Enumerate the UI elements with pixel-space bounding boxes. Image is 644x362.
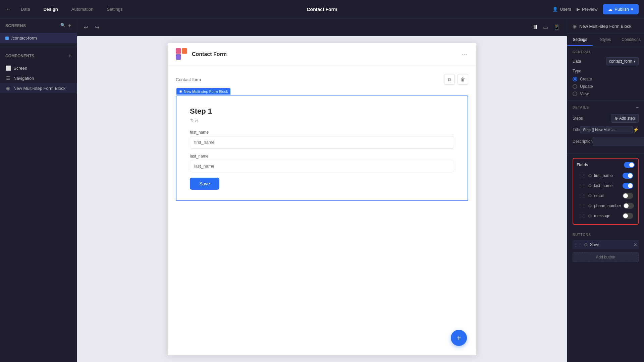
canvas-toolbar: ↩ ↪ 🖥 ▭ 📱 xyxy=(77,19,567,36)
data-label: Data xyxy=(573,59,581,64)
details-section: DETAILS − Steps ⊕ Add step Title ⚡ Descr… xyxy=(567,101,644,154)
tab-panel-conditions[interactable]: Conditions xyxy=(618,34,644,46)
copy-button[interactable]: ⧉ xyxy=(444,74,455,85)
form-label: Contact-form xyxy=(176,77,201,82)
field-row-first-name: ⋮⋮ ⚙ first_name xyxy=(577,171,635,181)
step-title: Step 1 xyxy=(190,107,454,116)
screen-label: /contact-form xyxy=(11,36,37,41)
left-sidebar: Screens 🔍 + /contact-form Components + ⬜… xyxy=(0,19,77,362)
form-block-content: Step 1 Text first_name last_name Save xyxy=(176,96,468,200)
last-name-input[interactable] xyxy=(190,160,454,172)
collapse-button[interactable]: − xyxy=(636,105,639,110)
field-name-first-name: first_name xyxy=(594,173,621,178)
form-actions: ⧉ 🗑 xyxy=(444,74,468,85)
undo-button[interactable]: ↩ xyxy=(83,23,90,32)
add-step-button[interactable]: ⊕ Add step xyxy=(611,114,639,123)
title-lightning-button[interactable]: ⚡ xyxy=(633,127,639,132)
toggle-phone[interactable] xyxy=(623,203,634,209)
toggle-first-name[interactable] xyxy=(623,173,633,179)
toggle-last-name[interactable] xyxy=(623,183,633,189)
fields-section: Fields ⋮⋮ ⚙ first_name ⋮⋮ ⚙ last_name ⋮⋮… xyxy=(573,158,639,225)
search-icon[interactable]: 🔍 xyxy=(60,23,66,29)
steps-row: Steps ⊕ Add step xyxy=(573,114,639,123)
general-section: GENERAL Data contact_form ▾ Type Create … xyxy=(567,46,644,101)
canvas-area: ↩ ↪ 🖥 ▭ 📱 xyxy=(77,19,567,362)
components-header: Components + xyxy=(0,49,77,63)
add-component-icon[interactable]: + xyxy=(68,53,71,59)
sidebar-item-screen[interactable]: ⬜ Screen xyxy=(0,63,77,73)
delete-button[interactable]: 🗑 xyxy=(458,74,468,85)
panel-header-title: New Multi-step Form Block xyxy=(579,24,631,29)
gear-icon-save[interactable]: ⚙ xyxy=(584,242,588,247)
field-row-last-name: ⋮⋮ ⚙ last_name xyxy=(577,181,635,191)
tab-data[interactable]: Data xyxy=(17,5,34,14)
remove-save-button[interactable]: ✕ xyxy=(633,242,637,247)
publish-icon: ☁ xyxy=(608,7,612,12)
page-body: Contact-form ⧉ 🗑 ◉ New Multi-step Form B… xyxy=(168,66,476,209)
tab-panel-styles[interactable]: Styles xyxy=(593,34,618,46)
radio-update[interactable]: Update xyxy=(573,84,639,89)
tab-settings[interactable]: Settings xyxy=(103,5,127,14)
title-row: Title ⚡ xyxy=(573,126,639,133)
first-name-input[interactable] xyxy=(190,136,454,148)
gear-icon-first-name[interactable]: ⚙ xyxy=(588,173,592,178)
sidebar-item-navigation[interactable]: ☰ Navigation xyxy=(0,73,77,83)
buttons-label: Buttons xyxy=(573,233,639,237)
toggle-message[interactable] xyxy=(623,213,633,219)
drag-handle-email[interactable]: ⋮⋮ xyxy=(578,193,586,198)
gear-icon-last-name[interactable]: ⚙ xyxy=(588,183,592,188)
form-save-button[interactable]: Save xyxy=(190,178,219,190)
field-name-phone: phone_number xyxy=(594,203,621,208)
users-button[interactable]: 👤 Users xyxy=(552,7,571,12)
description-input[interactable] xyxy=(593,137,644,146)
fab-button[interactable]: + xyxy=(451,330,467,346)
buttons-section: Buttons ⋮⋮ ⚙ Save ✕ Add button xyxy=(567,229,644,266)
fields-master-toggle[interactable] xyxy=(624,162,635,168)
sidebar-item-form-block[interactable]: ◉ New Multi-step Form Block xyxy=(0,83,77,93)
publish-button[interactable]: ☁ Publish ▾ xyxy=(603,4,639,14)
add-screen-icon[interactable]: + xyxy=(68,23,71,29)
page-frame: Contact Form ⋯ Contact-form ⧉ 🗑 xyxy=(168,43,476,355)
radio-create[interactable]: Create xyxy=(573,77,639,81)
drag-handle-message[interactable]: ⋮⋮ xyxy=(578,214,586,218)
step-title-input[interactable] xyxy=(580,126,633,133)
tab-automation[interactable]: Automation xyxy=(67,5,98,14)
screen-dot xyxy=(5,37,9,40)
data-select[interactable]: contact_form ▾ xyxy=(606,57,639,65)
toggle-email[interactable] xyxy=(623,193,633,199)
block-label-icon: ◉ xyxy=(179,89,182,94)
tab-panel-settings[interactable]: Settings xyxy=(567,34,593,46)
data-row: Data contact_form ▾ xyxy=(573,57,639,65)
drag-handle-phone[interactable]: ⋮⋮ xyxy=(578,203,586,208)
form-block-icon: ◉ xyxy=(5,85,11,91)
description-row: Description ⚡ xyxy=(573,137,639,146)
steps-label: Steps xyxy=(573,116,583,121)
radio-view[interactable]: View xyxy=(573,92,639,96)
gear-icon-message[interactable]: ⚙ xyxy=(588,214,592,219)
mobile-view-button[interactable]: 📱 xyxy=(552,23,561,32)
canvas-content: Contact Form ⋯ Contact-form ⧉ 🗑 xyxy=(77,36,567,362)
field-name-email: email xyxy=(594,193,621,198)
gear-icon-phone[interactable]: ⚙ xyxy=(588,203,592,208)
dots-menu[interactable]: ⋯ xyxy=(461,51,468,58)
drag-handle-first-name[interactable]: ⋮⋮ xyxy=(578,173,586,178)
drag-handle-last-name[interactable]: ⋮⋮ xyxy=(578,183,586,188)
chevron-down-icon: ▾ xyxy=(634,59,636,64)
gear-icon-email[interactable]: ⚙ xyxy=(588,193,592,198)
redo-button[interactable]: ↪ xyxy=(94,23,101,32)
preview-icon: ▶ xyxy=(577,7,580,12)
add-button-button[interactable]: Add button xyxy=(573,252,639,262)
tablet-view-button[interactable]: ▭ xyxy=(542,23,549,32)
details-label: DETAILS xyxy=(573,106,589,109)
panel-header-icon: ◉ xyxy=(573,23,577,29)
back-button[interactable]: ← xyxy=(5,6,11,13)
step-text: Text xyxy=(190,118,454,123)
preview-button[interactable]: ▶ Preview xyxy=(577,7,597,12)
users-icon: 👤 xyxy=(552,7,558,12)
radio-circle-view xyxy=(573,92,577,96)
desktop-view-button[interactable]: 🖥 xyxy=(531,23,539,32)
drag-handle-save[interactable]: ⋮⋮ xyxy=(574,242,582,247)
sidebar-item-contact-form[interactable]: /contact-form xyxy=(0,33,77,43)
form-block-label: ◉ New Multi-step Form Block xyxy=(176,88,230,95)
tab-design[interactable]: Design xyxy=(39,5,62,14)
